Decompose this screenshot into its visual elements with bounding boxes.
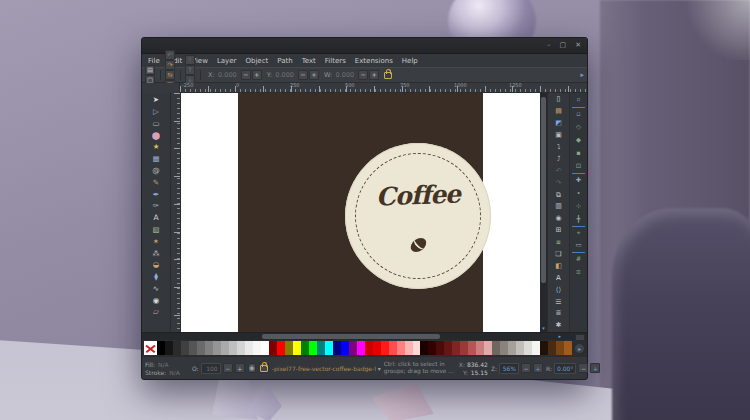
opacity-field[interactable]: 100 [201, 363, 221, 374]
palette-swatch[interactable] [325, 341, 333, 355]
palette-swatch[interactable] [500, 341, 508, 355]
menu-extensions[interactable]: Extensions [355, 57, 393, 65]
opacity-plus-button[interactable]: + [235, 363, 245, 373]
star-tool[interactable]: ★ [145, 141, 167, 153]
snap-grids-button[interactable]: # [572, 252, 585, 265]
snap-bbox-centers-button[interactable]: ⊡ [572, 160, 585, 173]
zoom-drawing-button[interactable]: ◉ [551, 213, 567, 225]
x-value-field[interactable]: 0.000 [217, 71, 237, 79]
palette-swatch[interactable] [261, 341, 269, 355]
spiral-tool[interactable]: @ [145, 165, 167, 177]
snap-midpoints-button[interactable]: ⌖ [572, 226, 585, 239]
palette-swatch[interactable] [564, 341, 572, 355]
align-dialog-button[interactable]: ☰ [551, 296, 567, 308]
x-plus-button[interactable]: + [252, 70, 262, 80]
badge-text[interactable]: Coffee [345, 178, 492, 212]
menu-path[interactable]: Path [277, 57, 292, 65]
menu-text[interactable]: Text [302, 57, 316, 65]
palette-swatch[interactable] [381, 341, 389, 355]
palette-swatch[interactable] [229, 341, 237, 355]
menu-file[interactable]: File [148, 57, 160, 65]
rotate-cw-button[interactable]: ↷ [165, 60, 175, 70]
snap-paths-button[interactable]: ∙ [572, 186, 585, 199]
preferences-button[interactable]: ✱ [551, 320, 567, 332]
palette-swatch[interactable] [189, 341, 197, 355]
menu-layer[interactable]: Layer [217, 57, 237, 65]
palette-swatch[interactable] [484, 341, 492, 355]
menu-help[interactable]: Help [402, 57, 418, 65]
palette-swatch[interactable] [277, 341, 285, 355]
vertical-scrollbar[interactable]: ▾ [540, 93, 547, 332]
paste-button[interactable]: ▥ [551, 201, 567, 213]
w-value-field[interactable]: 0.000 [334, 71, 354, 79]
horizontal-scrollbar-handle[interactable] [262, 334, 440, 339]
duplicate-button[interactable]: ⊞ [551, 225, 567, 237]
pen-tool[interactable]: ✒ [145, 188, 167, 200]
text-dialog-button[interactable]: A [551, 272, 567, 284]
calligraphy-tool[interactable]: ✑ [145, 200, 167, 212]
rotation-field[interactable]: 0.00° [554, 363, 576, 374]
rectangle-tool[interactable]: ▭ [145, 118, 167, 130]
horizontal-ruler[interactable]: -250025050075010001250 [180, 83, 587, 93]
palette-swatch[interactable] [540, 341, 548, 355]
snap-bbox-edges-button[interactable]: ◇ [572, 120, 585, 133]
flip-horizontal-button[interactable]: ⇆ [165, 70, 175, 80]
palette-swatch[interactable] [444, 341, 452, 355]
zoom-plus-button[interactable]: + [533, 363, 543, 373]
zoom-field[interactable]: 56% [499, 363, 519, 374]
scroll-down-icon[interactable]: ▾ [540, 326, 547, 331]
palette-swatch[interactable] [253, 341, 261, 355]
lock-ratio-icon[interactable] [384, 72, 392, 79]
close-button[interactable]: ✕ [575, 42, 581, 49]
box3d-tool[interactable]: ▦ [145, 153, 167, 165]
node-tool[interactable]: ▷ [145, 106, 167, 118]
dropper-tool[interactable]: ⧫ [145, 271, 167, 283]
save-document-button[interactable]: ◩ [551, 118, 567, 130]
copy-button[interactable]: ⧉ [551, 189, 567, 201]
snap-intersections-button[interactable]: ⊹ [572, 200, 585, 213]
select-all-button[interactable]: ▤ [145, 65, 155, 75]
open-document-button[interactable]: ▤ [551, 106, 567, 118]
tweak-tool[interactable]: ✶ [145, 236, 167, 248]
palette-swatch[interactable] [213, 341, 221, 355]
artwork-background[interactable]: Coffee [238, 93, 483, 332]
redo-button[interactable]: ↷ [551, 177, 567, 189]
import-button[interactable]: ⤵ [551, 142, 567, 154]
palette-swatch[interactable] [293, 341, 301, 355]
rotation-plus-button[interactable]: + [590, 363, 600, 373]
palette-swatch[interactable] [397, 341, 405, 355]
palette-swatch[interactable] [333, 341, 341, 355]
ellipse-tool[interactable]: ⬤ [145, 129, 167, 141]
swatch-none[interactable] [144, 341, 157, 355]
palette-swatch[interactable] [157, 341, 165, 355]
palette-swatch[interactable] [524, 341, 532, 355]
palette-swatch[interactable] [420, 341, 428, 355]
palette-swatch[interactable] [245, 341, 253, 355]
rotation-minus-button[interactable]: − [578, 363, 588, 373]
palette-swatch[interactable] [556, 341, 564, 355]
palette-scroll-button[interactable]: ▸ [574, 343, 585, 354]
spray-tool[interactable]: ⁂ [145, 247, 167, 259]
pencil-tool[interactable]: ✎ [145, 177, 167, 189]
palette-swatch[interactable] [221, 341, 229, 355]
palette-swatch[interactable] [301, 341, 309, 355]
minimize-button[interactable]: – [547, 42, 551, 49]
palette-swatch[interactable] [492, 341, 500, 355]
x-minus-button[interactable]: − [241, 70, 251, 80]
palette-swatch[interactable] [413, 341, 421, 355]
selector-tool[interactable]: ➤ [145, 94, 167, 106]
raise-button[interactable]: ↑ [185, 65, 195, 75]
snap-nodes-button[interactable]: ✚ [572, 173, 585, 186]
palette-swatch[interactable] [165, 341, 173, 355]
eraser-tool[interactable]: ▱ [145, 306, 167, 318]
layer-selector[interactable]: -pixel77-free-vector-coffee-badge-9822 ▾ [272, 365, 381, 372]
text-tool[interactable]: A [145, 212, 167, 224]
snap-guides-button[interactable]: ≡ [572, 265, 585, 278]
snap-bbox-button[interactable]: ▫ [572, 107, 585, 120]
layers-dialog-button[interactable]: ≣ [551, 308, 567, 320]
snap-bbox-corners-button[interactable]: ◆ [572, 134, 585, 147]
palette-swatch[interactable] [269, 341, 277, 355]
palette-swatch[interactable] [476, 341, 484, 355]
snap-page-border-button[interactable]: ▭ [572, 239, 585, 252]
palette-swatch[interactable] [516, 341, 524, 355]
